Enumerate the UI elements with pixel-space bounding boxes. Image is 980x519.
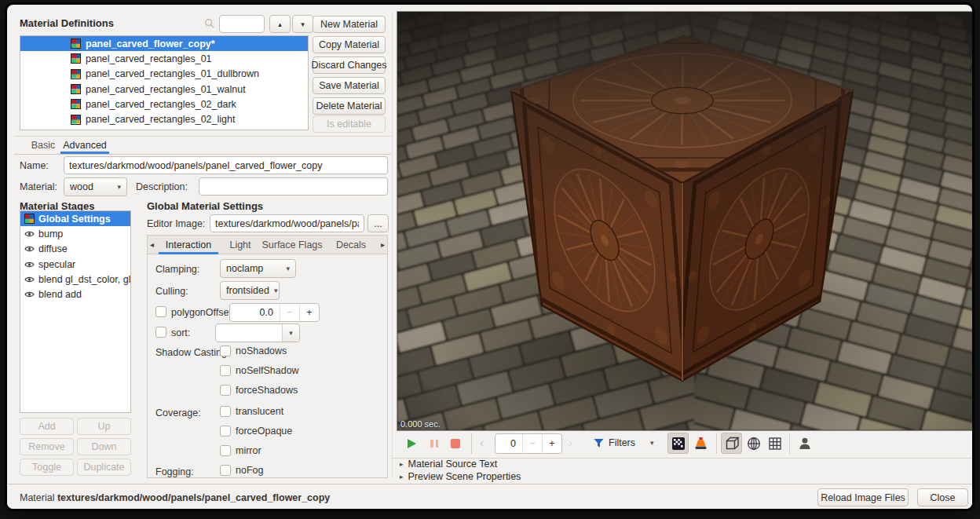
forceopaque-option[interactable]: forceOpaque [220, 426, 292, 437]
material-list[interactable]: panel_carved_flower_copy* panel_carved_r… [20, 35, 309, 130]
tab-basic[interactable]: Basic [24, 136, 63, 154]
pause-icon[interactable] [430, 440, 438, 448]
globe-icon [746, 436, 762, 451]
description-input[interactable] [199, 177, 388, 196]
new-material-button[interactable]: New Material [313, 16, 386, 33]
search-input[interactable] [219, 15, 265, 33]
sort-input[interactable] [216, 324, 282, 342]
tab-surface-flags[interactable]: Surface Flags [261, 236, 324, 254]
checkbox-icon[interactable] [220, 365, 231, 376]
filters-button[interactable]: Filters [609, 437, 635, 448]
sort-combobox[interactable]: ▾ [215, 323, 300, 342]
toolbar-divider [471, 433, 472, 454]
preview-viewport[interactable]: 0.000 sec. [397, 12, 973, 430]
play-icon[interactable] [405, 437, 418, 450]
checkbox-icon[interactable] [220, 426, 231, 437]
checkbox-icon[interactable] [220, 406, 231, 417]
culling-select[interactable]: frontsided▾ [220, 281, 280, 300]
stage-row[interactable]: Global Settings [20, 211, 130, 226]
stage-row[interactable]: bump [20, 226, 130, 241]
checkbox-icon[interactable] [220, 385, 231, 396]
noselfshadow-option[interactable]: noSelfShadow [220, 365, 299, 376]
discard-changes-button[interactable]: Discard Changes [313, 57, 386, 74]
material-list-item[interactable]: panel_carved_flower_copy* [20, 36, 308, 51]
nofog-option[interactable]: noFog [220, 465, 263, 476]
frame-prev-icon: ‹ [480, 436, 484, 449]
save-material-button[interactable]: Save Material [313, 77, 386, 94]
reload-image-files-button[interactable]: Reload Image Files [817, 488, 909, 506]
stage-row[interactable]: diffuse [20, 242, 130, 257]
toolbar-divider [789, 433, 790, 454]
material-list-item[interactable]: panel_carved_rectangles_01_walnut [20, 82, 308, 97]
chevron-down-icon: ▾ [274, 287, 278, 294]
checker-flag-icon [671, 437, 686, 451]
tab-advanced[interactable]: Advanced [60, 136, 109, 154]
lamp-icon [693, 437, 708, 451]
tab-decals[interactable]: Decals [331, 236, 371, 254]
stage-row[interactable]: blend add [20, 287, 130, 302]
material-type-select[interactable]: wood▾ [64, 177, 127, 196]
material-list-item[interactable]: panel_carved_rectangles_02_dark [20, 97, 308, 111]
search-next-button[interactable]: ▾ [292, 15, 313, 33]
is-editable-button: Is editable [313, 115, 386, 133]
eyespy-toggle[interactable] [794, 433, 815, 454]
delete-material-button[interactable]: Delete Material [313, 97, 386, 115]
search-prev-button[interactable]: ▴ [269, 15, 291, 33]
spin-minus-button: − [280, 304, 299, 321]
preview-3d-scene[interactable] [397, 12, 973, 430]
material-list-item[interactable]: panel_carved_rectangles_02_walnut [20, 127, 308, 130]
spin-plus-button[interactable]: + [299, 304, 319, 321]
stage-row[interactable]: specular [20, 257, 130, 272]
tab-light[interactable]: Light [223, 236, 258, 254]
stop-icon[interactable] [451, 439, 460, 448]
spin-minus-button: − [522, 434, 542, 453]
pattern-backdrop-toggle[interactable] [667, 433, 689, 454]
checkbox-icon[interactable] [220, 345, 231, 356]
tab-interaction[interactable]: Interaction [159, 236, 218, 254]
sort-dropdown-button[interactable]: ▾ [282, 324, 299, 342]
material-list-item[interactable]: panel_carved_rectangles_01_dullbrown [20, 67, 308, 82]
close-button[interactable]: Close [917, 488, 968, 506]
name-input[interactable] [64, 156, 388, 174]
sort-checkbox[interactable] [155, 327, 166, 338]
material-source-text-expander[interactable]: ▸ Material Source Text [391, 458, 972, 470]
stages-list[interactable]: Global Settings bump diffuse specular bl… [20, 210, 131, 413]
editor-image-input[interactable] [210, 214, 364, 232]
texture-icon [71, 115, 81, 125]
sphere-preview-toggle[interactable] [743, 433, 764, 454]
mirror-option[interactable]: mirror [220, 445, 261, 456]
chevron-down-icon: ▾ [289, 329, 293, 337]
noshadows-option[interactable]: noShadows [220, 345, 287, 356]
texture-icon [71, 53, 81, 64]
checkbox-icon[interactable] [220, 445, 231, 456]
spin-plus-button[interactable]: + [542, 434, 561, 453]
clamping-select[interactable]: noclamp▾ [220, 259, 296, 278]
polygon-offset-checkbox[interactable] [155, 306, 166, 317]
editor-image-browse-button[interactable]: ... [368, 214, 389, 232]
tab-scroll-right-icon[interactable]: ▸ [381, 240, 385, 249]
checkbox-icon[interactable] [220, 465, 231, 476]
polygon-offset-spinner[interactable]: 0.0 − + [229, 303, 320, 322]
copy-material-button[interactable]: Copy Material [313, 36, 386, 53]
grid-icon [767, 436, 783, 451]
person-icon [797, 436, 813, 451]
texture-icon [71, 38, 81, 49]
eye-icon [24, 261, 35, 269]
material-list-item[interactable]: panel_carved_rectangles_01 [20, 51, 308, 66]
name-label: Name: [20, 160, 49, 171]
tiles-preview-toggle[interactable] [764, 433, 785, 454]
tab-scroll-left-icon[interactable]: ◂ [150, 240, 154, 249]
cube-preview-toggle[interactable] [721, 433, 742, 454]
stage-duplicate-button: Duplicate [77, 459, 131, 476]
translucent-option[interactable]: translucent [220, 406, 283, 417]
pane-splitter[interactable] [392, 12, 393, 478]
stage-up-button: Up [77, 418, 131, 435]
frame-spinner[interactable]: 0 − + [495, 433, 562, 454]
material-list-item[interactable]: panel_carved_rectangles_02_light [20, 111, 308, 126]
light-toggle[interactable] [690, 433, 711, 454]
forceshadows-option[interactable]: forceShadows [220, 385, 298, 396]
chevron-down-icon[interactable]: ▾ [650, 439, 654, 447]
sort-label: sort: [171, 327, 190, 338]
preview-scene-properties-expander[interactable]: ▸ Preview Scene Properties [391, 470, 972, 483]
stage-row[interactable]: blend gl_dst_color, gl_on [20, 272, 130, 287]
